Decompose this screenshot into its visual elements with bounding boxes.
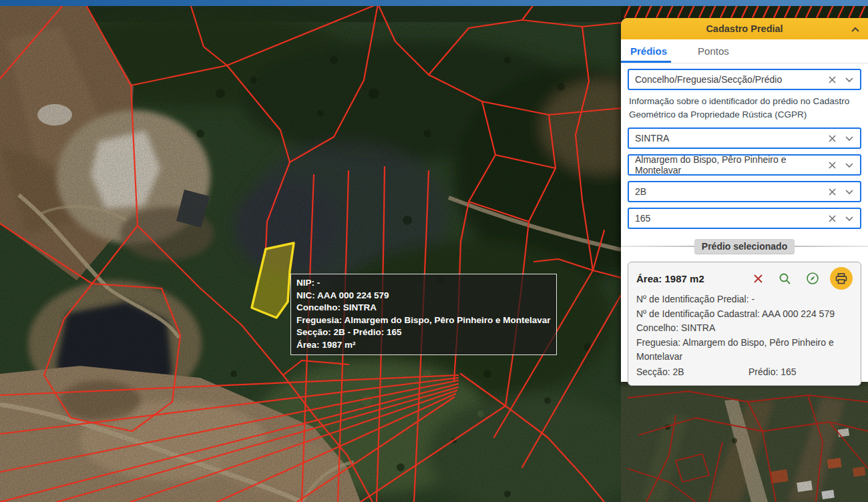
tab-pontos[interactable]: Pontos — [698, 39, 729, 63]
printer-icon — [835, 273, 847, 284]
identifier-info-text: Informação sobre o identificador do préd… — [621, 90, 868, 122]
tooltip-seccao-predio: Secção: 2B - Prédio: 165 — [296, 326, 551, 339]
selected-section-divider: Prédio selecionado — [621, 239, 868, 254]
clear-icon[interactable] — [828, 134, 837, 143]
panel-title: Cadastro Predial — [706, 23, 783, 34]
tooltip-nip: NIP: - — [296, 277, 551, 290]
parcel-nip-row: Nº de Identificação Predial: - — [636, 292, 853, 307]
cadastro-panel: Cadastro Predial Prédios Pontos Concelho… — [621, 18, 868, 382]
selected-section-label: Prédio selecionado — [694, 239, 795, 254]
parcel-nic-row: Nº de Identificação Cadastral: AAA 000 2… — [636, 307, 853, 322]
clear-icon[interactable] — [828, 161, 837, 170]
tooltip-freguesia: Freguesia: Almargem do Bispo, Pêro Pinhe… — [296, 314, 551, 327]
seccao-select[interactable]: 2B — [628, 181, 861, 202]
parcel-predio: Prédio: 165 — [748, 365, 797, 380]
freguesia-value: Almargem do Bispo, Pêro Pinheiro e Monte… — [635, 154, 820, 176]
zoom-to-parcel-icon[interactable] — [779, 272, 791, 285]
seccao-value: 2B — [635, 186, 646, 197]
selected-parcel-card: Área: 1987 m2 Nº de I — [628, 262, 861, 386]
parcel-freguesia-row: Freguesia: Almargem do Bispo, Pêro Pinhe… — [636, 336, 853, 364]
predio-select[interactable]: 165 — [628, 208, 861, 229]
concelho-value: SINTRA — [635, 133, 669, 144]
clear-icon[interactable] — [828, 188, 837, 196]
tab-predios[interactable]: Prédios — [630, 39, 667, 63]
tooltip-nic: NIC: AAA 000 224 579 — [296, 290, 551, 302]
identifier-type-value: Concelho/Freguesia/Secção/Prédio — [635, 74, 782, 85]
chevron-down-icon[interactable] — [845, 136, 854, 142]
parcel-concelho-row: Concelho: SINTRA — [636, 321, 853, 336]
chevron-down-icon[interactable] — [845, 77, 854, 83]
parcel-tooltip: NIP: - NIC: AAA 000 224 579 Concelho: SI… — [290, 274, 557, 355]
freguesia-select[interactable]: Almargem do Bispo, Pêro Pinheiro e Monte… — [628, 154, 861, 176]
predio-value: 165 — [635, 213, 650, 224]
panel-header[interactable]: Cadastro Predial — [621, 18, 868, 39]
tooltip-concelho: Concelho: SINTRA — [296, 302, 551, 314]
clear-icon[interactable] — [828, 75, 837, 84]
parcel-seccao: Secção: 2B — [636, 365, 748, 380]
app-window: NIP: - NIC: AAA 000 224 579 Concelho: SI… — [0, 0, 868, 502]
chevron-down-icon[interactable] — [845, 162, 854, 168]
parcel-area-label: Área: 1987 m2 — [636, 273, 738, 284]
navigate-compass-icon[interactable] — [806, 272, 819, 285]
chevron-down-icon[interactable] — [845, 216, 854, 222]
clear-icon[interactable] — [828, 214, 837, 223]
chevron-down-icon[interactable] — [845, 189, 854, 195]
concelho-select[interactable]: SINTRA — [628, 128, 861, 149]
collapse-chevron-icon[interactable] — [851, 24, 860, 35]
remove-selection-icon[interactable] — [752, 273, 764, 284]
tooltip-area: Área: 1987 m² — [296, 339, 551, 352]
identifier-type-select[interactable]: Concelho/Freguesia/Secção/Prédio — [628, 69, 861, 90]
tab-bar: Prédios Pontos — [621, 39, 868, 63]
print-button[interactable] — [830, 267, 853, 290]
